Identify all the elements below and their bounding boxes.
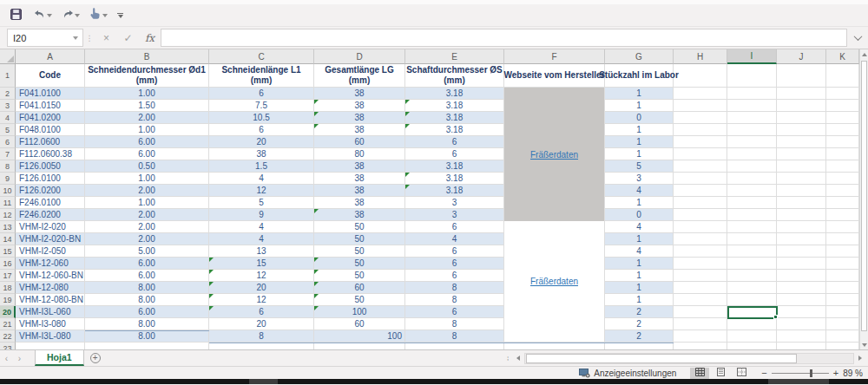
cell-G18[interactable]: 1 bbox=[605, 282, 674, 294]
cell-H18[interactable] bbox=[674, 282, 727, 294]
cell-B13[interactable]: 2.00 bbox=[85, 221, 209, 233]
cell-A10[interactable]: F126.0200 bbox=[16, 185, 85, 197]
cell-C18[interactable]: 20 bbox=[209, 282, 314, 294]
cell-C8[interactable]: 1.5 bbox=[209, 160, 314, 173]
cell-A12[interactable]: F246.0200 bbox=[16, 209, 85, 221]
cell-B17[interactable]: 6.00 bbox=[85, 270, 209, 282]
cell-I14[interactable] bbox=[727, 233, 777, 245]
cell-A16[interactable]: VHM-12-060 bbox=[16, 258, 85, 270]
scroll-up-icon[interactable] bbox=[860, 53, 868, 56]
cell-C21[interactable]: 20 bbox=[209, 318, 314, 330]
name-box[interactable]: I20 bbox=[7, 29, 83, 47]
cell-H5[interactable] bbox=[674, 124, 727, 136]
cell-J20[interactable] bbox=[777, 306, 826, 318]
cell-K16[interactable] bbox=[826, 258, 859, 270]
cell-J18[interactable] bbox=[777, 282, 826, 294]
horizontal-scrollbar-thumb[interactable] bbox=[526, 354, 797, 363]
row-header-16[interactable]: 16 bbox=[0, 258, 16, 270]
cell-B3[interactable]: 1.50 bbox=[85, 100, 209, 112]
cell-A21[interactable]: VHM-I3-080 bbox=[16, 318, 85, 330]
zoom-out-icon[interactable]: − bbox=[761, 368, 766, 378]
cell-D18[interactable]: 60 bbox=[314, 282, 405, 294]
cell-A19[interactable]: VHM-12-080-BN bbox=[16, 294, 85, 306]
cell-E8[interactable]: 3.18 bbox=[405, 160, 504, 173]
cell-D7[interactable]: 80 bbox=[314, 148, 405, 160]
cell-K17[interactable] bbox=[826, 270, 859, 282]
zoom-in-icon[interactable]: + bbox=[833, 368, 838, 378]
zoom-level[interactable]: 89 % bbox=[843, 369, 863, 378]
cell-K2[interactable] bbox=[826, 88, 859, 100]
cell-G15[interactable]: 4 bbox=[605, 245, 674, 258]
row-header-13[interactable]: 13 bbox=[0, 221, 16, 233]
cell-I15[interactable] bbox=[727, 245, 777, 258]
insert-function-button[interactable]: fx bbox=[139, 27, 161, 49]
column-header-A[interactable]: A bbox=[16, 49, 85, 64]
cell-B11[interactable]: 1.00 bbox=[85, 197, 209, 209]
cell-E10[interactable]: 3.18 bbox=[405, 185, 504, 197]
cell-D10[interactable]: 38 bbox=[314, 185, 405, 197]
cell-J9[interactable] bbox=[777, 173, 826, 185]
cell-G12[interactable]: 0 bbox=[605, 209, 674, 221]
cell-H1[interactable] bbox=[674, 64, 727, 88]
cell-B23[interactable] bbox=[85, 343, 209, 349]
cell-H16[interactable] bbox=[674, 258, 727, 270]
cell-E15[interactable]: 6 bbox=[405, 245, 504, 258]
cell-H10[interactable] bbox=[674, 185, 727, 197]
cell-G16[interactable]: 1 bbox=[605, 258, 674, 270]
cell-C15[interactable]: 13 bbox=[209, 245, 314, 258]
cell-K8[interactable] bbox=[826, 160, 859, 173]
cell-B2[interactable]: 1.00 bbox=[85, 88, 209, 100]
save-button[interactable] bbox=[7, 6, 25, 25]
cell-K11[interactable] bbox=[826, 197, 859, 209]
cell-D12[interactable]: 38 bbox=[314, 209, 405, 221]
column-header-H[interactable]: H bbox=[674, 49, 727, 64]
cell-E17[interactable]: 6 bbox=[405, 270, 504, 282]
cell-C16[interactable]: 15 bbox=[209, 258, 314, 270]
cell-A1[interactable]: Code bbox=[16, 64, 85, 88]
cell-I7[interactable] bbox=[727, 148, 777, 160]
column-header-C[interactable]: C bbox=[209, 49, 314, 64]
cell-E21[interactable]: 8 bbox=[405, 318, 504, 330]
formula-input[interactable] bbox=[161, 29, 847, 47]
cell-I8[interactable] bbox=[727, 160, 777, 173]
cell-D9[interactable]: 38 bbox=[314, 173, 405, 185]
cell-D14[interactable]: 50 bbox=[314, 233, 405, 245]
cell-J1[interactable] bbox=[777, 64, 826, 88]
cell-G11[interactable]: 1 bbox=[605, 197, 674, 209]
cell-D20[interactable]: 100 bbox=[314, 306, 405, 318]
customize-quick-access-toolbar-button[interactable] bbox=[114, 6, 127, 25]
page-layout-view-button[interactable] bbox=[711, 368, 730, 379]
undo-dropdown-icon[interactable] bbox=[47, 14, 52, 17]
column-header-G[interactable]: G bbox=[605, 49, 674, 64]
cell-H14[interactable] bbox=[674, 233, 727, 245]
cell-A6[interactable]: F112.0600 bbox=[16, 136, 85, 148]
cell-I5[interactable] bbox=[727, 124, 777, 136]
cell-H4[interactable] bbox=[674, 112, 727, 124]
row-header-4[interactable]: 4 bbox=[0, 112, 16, 124]
cell-B16[interactable]: 6.00 bbox=[85, 258, 209, 270]
cell-B9[interactable]: 1.00 bbox=[85, 173, 209, 185]
cell-F1[interactable]: Webseite vom Hersteller bbox=[504, 64, 605, 88]
cell-E5[interactable]: 3.18 bbox=[405, 124, 504, 136]
row-header-14[interactable]: 14 bbox=[0, 233, 16, 245]
cell-A15[interactable]: VHM-I2-050 bbox=[16, 245, 85, 258]
cell-B7[interactable]: 6.00 bbox=[85, 148, 209, 160]
cell-A20[interactable]: VHM-I3L-060 bbox=[16, 306, 85, 318]
cell-G5[interactable]: 1 bbox=[605, 124, 674, 136]
cell-E13[interactable]: 6 bbox=[405, 221, 504, 233]
zoom-slider[interactable] bbox=[772, 373, 829, 374]
cell-E20[interactable]: 6 bbox=[405, 306, 504, 318]
cell-G21[interactable]: 2 bbox=[605, 318, 674, 330]
redo-dropdown-icon[interactable] bbox=[75, 14, 80, 17]
cell-H23[interactable] bbox=[674, 343, 727, 349]
column-header-D[interactable]: D bbox=[314, 49, 405, 64]
row-header-19[interactable]: 19 bbox=[0, 294, 16, 306]
cell-B15[interactable]: 5.00 bbox=[85, 245, 209, 258]
cell-B19[interactable]: 8.00 bbox=[85, 294, 209, 306]
cell-E1[interactable]: Schaftdurchmesser ØS(mm) bbox=[405, 64, 504, 88]
cell-E22[interactable]: 8 bbox=[405, 330, 504, 343]
cell-B4[interactable]: 2.00 bbox=[85, 112, 209, 124]
cell-D1[interactable]: Gesamtlänge LG(mm) bbox=[314, 64, 405, 88]
touch-mode-dropdown-icon[interactable] bbox=[102, 14, 108, 17]
row-header-8[interactable]: 8 bbox=[0, 160, 16, 173]
